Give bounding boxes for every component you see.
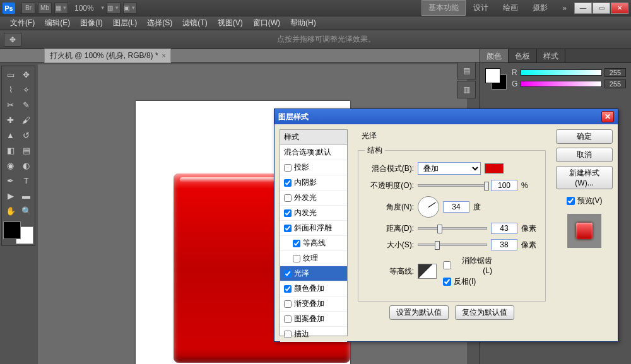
style-check-5[interactable] (293, 240, 300, 247)
dialog-title-bar[interactable]: 图层样式 ✕ (274, 109, 618, 124)
menu-file[interactable]: 文件(F) (5, 18, 40, 28)
style-row-1[interactable]: 内阴影 (280, 175, 347, 191)
workspace-photo[interactable]: 摄影 (526, 0, 555, 16)
blur-tool-icon[interactable]: ◉ (3, 158, 18, 172)
crop-tool-icon[interactable]: ✂ (3, 98, 18, 112)
lasso-tool-icon[interactable]: ⌇ (3, 83, 18, 97)
eyedropper-tool-icon[interactable]: ✎ (19, 98, 33, 112)
char-panel-icon[interactable]: ▥ (457, 81, 476, 98)
menu-image[interactable]: 图像(I) (75, 18, 107, 28)
style-check-4[interactable] (284, 225, 292, 232)
style-check-6[interactable] (293, 255, 300, 262)
zoom-value[interactable]: 100% (74, 4, 94, 13)
menu-help[interactable]: 帮助(H) (285, 18, 321, 28)
blend-defaults-row[interactable]: 混合选项:默认 (280, 145, 347, 160)
menu-view[interactable]: 视图(V) (213, 18, 248, 28)
size-input[interactable] (491, 239, 517, 250)
contour-picker[interactable] (418, 264, 437, 279)
ok-button[interactable]: 确定 (556, 129, 613, 144)
preview-check[interactable]: 预览(V) (556, 196, 613, 206)
g-slider[interactable] (521, 81, 602, 87)
style-row-6[interactable]: 纹理 (280, 251, 347, 266)
tab-color[interactable]: 颜色 (480, 49, 509, 62)
g-value[interactable] (604, 79, 626, 88)
style-row-3[interactable]: 内发光 (280, 206, 347, 221)
menu-select[interactable]: 选择(S) (142, 18, 177, 28)
style-row-0[interactable]: 投影 (280, 160, 347, 175)
shape-tool-icon[interactable]: ▬ (19, 189, 33, 203)
workspace-essentials[interactable]: 基本功能 (422, 0, 466, 16)
path-select-icon[interactable]: ▶ (3, 189, 18, 203)
move-tool-icon[interactable]: ✥ (4, 33, 21, 47)
distance-slider[interactable] (418, 227, 487, 230)
distance-input[interactable] (491, 223, 517, 234)
menu-layer[interactable]: 图层(L) (108, 18, 143, 28)
antialias-check[interactable]: 消除锯齿(L) (443, 255, 492, 275)
heal-tool-icon[interactable]: ✚ (3, 113, 18, 127)
gradient-tool-icon[interactable]: ▤ (19, 143, 33, 157)
style-check-1[interactable] (284, 179, 292, 187)
set-default-button[interactable]: 设置为默认值 (389, 305, 449, 320)
history-panel-icon[interactable]: ▤ (457, 62, 476, 79)
pen-tool-icon[interactable]: ✒ (3, 173, 18, 187)
history-brush-icon[interactable]: ↺ (19, 128, 33, 142)
style-row-7[interactable]: 光泽 (280, 266, 347, 281)
style-check-10[interactable] (284, 315, 292, 323)
r-value[interactable] (604, 68, 626, 77)
style-row-8[interactable]: 颜色叠加 (280, 281, 347, 296)
marquee-tool-icon[interactable]: ▭ (3, 68, 18, 81)
size-slider[interactable] (418, 244, 487, 246)
minimize-button[interactable]: — (574, 3, 592, 14)
style-check-2[interactable] (284, 194, 292, 202)
opacity-input[interactable] (491, 180, 517, 191)
workspace-design[interactable]: 设计 (466, 0, 495, 16)
extras-icon[interactable]: ▣▼ (123, 3, 137, 14)
style-row-4[interactable]: 斜面和浮雕 (280, 221, 347, 236)
satin-color-button[interactable] (485, 163, 504, 173)
blend-mode-select[interactable]: 叠加 (418, 162, 481, 175)
zoom-tool-icon[interactable]: 🔍 (19, 204, 33, 218)
r-slider[interactable] (521, 69, 602, 76)
document-tab-close-icon[interactable]: × (162, 52, 166, 59)
move-tool-icon[interactable]: ✥ (19, 68, 33, 81)
brush-tool-icon[interactable]: 🖌 (19, 113, 33, 127)
style-check-11[interactable] (284, 331, 292, 338)
style-row-11[interactable]: 描边 (280, 327, 347, 342)
menu-filter[interactable]: 滤镜(T) (177, 18, 212, 28)
panel-swatch[interactable] (485, 68, 507, 90)
angle-input[interactable] (443, 201, 469, 213)
minibridge-icon[interactable]: Mb (38, 3, 52, 14)
hand-tool-icon[interactable]: ✋ (3, 204, 18, 218)
style-row-9[interactable]: 渐变叠加 (280, 296, 347, 312)
style-row-2[interactable]: 外发光 (280, 191, 347, 206)
screen-mode-icon[interactable]: ▦▼ (54, 3, 68, 14)
wand-tool-icon[interactable]: ✧ (19, 83, 33, 97)
opacity-slider[interactable] (418, 184, 487, 187)
menu-edit[interactable]: 编辑(E) (40, 18, 75, 28)
style-row-5[interactable]: 等高线 (280, 236, 347, 251)
style-check-0[interactable] (284, 164, 292, 172)
tab-styles[interactable]: 样式 (537, 49, 565, 62)
maximize-button[interactable]: ▭ (593, 3, 610, 14)
style-check-3[interactable] (284, 209, 292, 217)
bridge-icon[interactable]: Br (21, 3, 35, 14)
style-check-7[interactable] (284, 270, 292, 278)
style-check-8[interactable] (284, 285, 292, 293)
style-check-9[interactable] (284, 300, 292, 308)
arrange-docs-icon[interactable]: ▥▼ (107, 3, 121, 14)
stamp-tool-icon[interactable]: ▲ (3, 128, 18, 142)
document-tab[interactable]: 打火机 @ 100% (机身, RGB/8) * × (44, 49, 171, 63)
style-row-10[interactable]: 图案叠加 (280, 312, 347, 327)
dialog-close-button[interactable]: ✕ (601, 111, 614, 122)
reset-default-button[interactable]: 复位为默认值 (455, 305, 514, 320)
cancel-button[interactable]: 取消 (556, 148, 613, 162)
dodge-tool-icon[interactable]: ◐ (19, 158, 33, 172)
angle-dial[interactable] (418, 196, 439, 218)
close-button[interactable]: ✕ (611, 3, 628, 14)
tab-swatches[interactable]: 色板 (509, 49, 537, 62)
workspace-painting[interactable]: 绘画 (496, 0, 525, 16)
invert-check[interactable]: 反相(I) (443, 276, 492, 287)
type-tool-icon[interactable]: T (19, 173, 33, 187)
workspace-more[interactable]: » (555, 1, 574, 15)
new-style-button[interactable]: 新建样式(W)... (556, 166, 613, 189)
